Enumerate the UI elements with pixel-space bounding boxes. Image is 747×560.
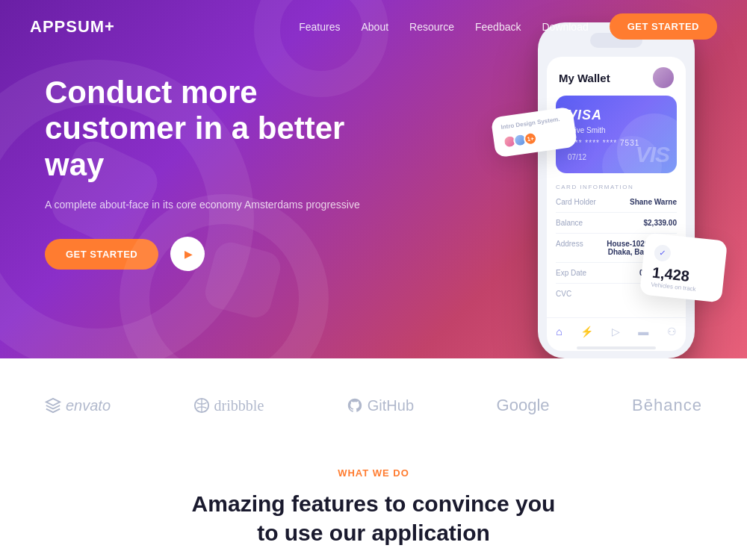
- hero-section: APPSUM+ Features About Resource Feedback…: [0, 0, 747, 358]
- phone-mockup: My Wallet VISA Stive Smith **** **** ***…: [538, 22, 695, 358]
- navbar-cta-button[interactable]: GET STARTED: [610, 13, 717, 40]
- check-icon: ✓: [654, 244, 672, 262]
- brand-dribbble-label: dribbble: [214, 397, 264, 414]
- brand-dribbble: dribbble: [193, 397, 264, 414]
- visa-watermark: VIS: [636, 142, 669, 167]
- hero-cta-button[interactable]: GET STARTED: [45, 239, 158, 270]
- info-row: Card Holder Shane Warne: [556, 198, 677, 213]
- hero-subtitle: A complete about-face in its core econom…: [45, 196, 388, 213]
- card-info-title: CARD INFORMATION: [556, 184, 677, 190]
- brands-section: envato dribbble GitHub Google Bēhance: [0, 358, 747, 452]
- hero-play-button[interactable]: [170, 237, 205, 271]
- nav-features[interactable]: Features: [299, 21, 340, 33]
- dribbble-icon: [193, 397, 210, 414]
- phone-home-indicator: [577, 346, 656, 349]
- nav-profile-icon[interactable]: ⚇: [667, 326, 677, 337]
- user-avatar: [653, 67, 674, 88]
- visa-expiry: 07/12: [568, 153, 665, 161]
- nav-chart-icon[interactable]: ⚡: [580, 326, 593, 337]
- visa-logo: VISA: [568, 108, 665, 123]
- bottom-label: WHAT WE DO: [45, 467, 702, 479]
- hero-buttons: GET STARTED: [45, 237, 388, 271]
- floating-card-vehicles: ✓ 1,428 Vehicles on track: [639, 232, 728, 302]
- bottom-section: WHAT WE DO Amazing features to convince …: [0, 452, 747, 560]
- brand-google-label: Google: [497, 396, 550, 415]
- bottom-title: Amazing features to convince youto use o…: [45, 489, 702, 547]
- nav-links: Features About Resource Feedback Downloa…: [299, 13, 717, 40]
- nav-home-icon[interactable]: ⌂: [556, 326, 562, 337]
- hero-title: Conduct more customer in a better way: [45, 75, 388, 183]
- wallet-title: My Wallet: [559, 72, 610, 84]
- navbar: APPSUM+ Features About Resource Feedback…: [0, 0, 747, 53]
- visa-number: **** **** **** 7531: [568, 139, 665, 147]
- hero-content: Conduct more customer in a better way A …: [45, 75, 388, 271]
- info-value: Shane Warne: [630, 198, 677, 206]
- info-row: Balance $2,339.00: [556, 219, 677, 234]
- nav-card-icon[interactable]: ▬: [638, 326, 648, 337]
- info-label: Balance: [556, 219, 583, 227]
- brand-behance: Bēhance: [632, 396, 702, 415]
- avatar-group: 1+: [502, 127, 568, 149]
- nav-about[interactable]: About: [361, 21, 388, 33]
- nav-resource[interactable]: Resource: [409, 21, 454, 33]
- brand-google: Google: [497, 396, 550, 415]
- visa-holder-name: Stive Smith: [568, 126, 665, 134]
- nav-download[interactable]: Download: [542, 21, 588, 33]
- brand-logo: APPSUM+: [30, 17, 115, 37]
- github-icon: [347, 397, 363, 414]
- phone-container: Intro Design System. 1+ My Wallet VISA S…: [538, 22, 702, 358]
- info-label: CVC: [556, 290, 571, 298]
- envato-icon: [45, 397, 61, 414]
- brand-behance-label: Bēhance: [632, 396, 702, 415]
- info-label: Card Holder: [556, 198, 596, 206]
- brand-envato-label: envato: [66, 397, 111, 414]
- info-value: $2,339.00: [644, 219, 678, 227]
- info-label: Address: [556, 240, 583, 256]
- phone-screen: My Wallet VISA Stive Smith **** **** ***…: [547, 57, 686, 351]
- brand-envato: envato: [45, 397, 111, 414]
- info-label: Exp Date: [556, 269, 586, 277]
- phone-nav-bar: ⌂ ⚡ ▷ ▬ ⚇: [547, 317, 686, 342]
- brand-github: GitHub: [347, 397, 414, 414]
- phone-header: My Wallet: [547, 57, 686, 96]
- brand-github-label: GitHub: [368, 397, 414, 414]
- hero-decoration-3: [202, 239, 284, 321]
- nav-feedback[interactable]: Feedback: [475, 21, 521, 33]
- nav-play-icon[interactable]: ▷: [612, 326, 620, 337]
